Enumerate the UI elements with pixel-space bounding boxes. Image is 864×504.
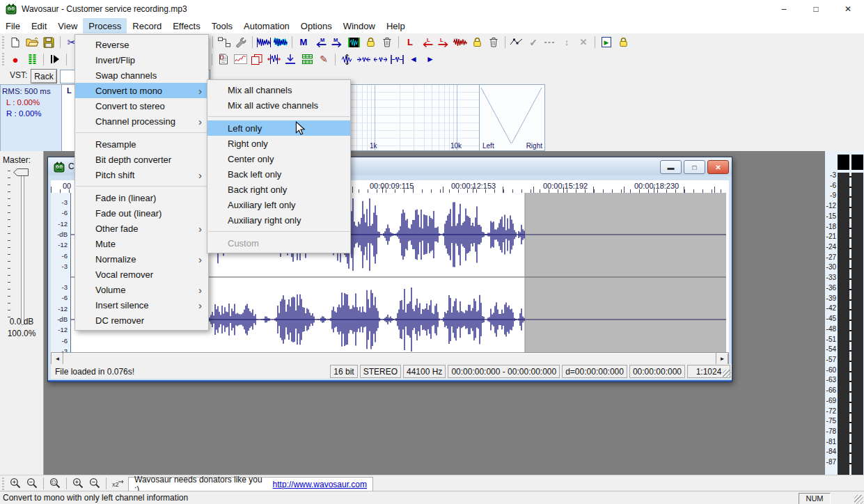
insert-silence-icon[interactable]	[282, 52, 299, 67]
submenu-item-center-only[interactable]: Center only	[207, 151, 350, 166]
zoom-out-fine-icon[interactable]	[86, 476, 103, 491]
fit-horizontal-icon[interactable]	[388, 52, 405, 67]
submenu-item-back-left-only[interactable]: Back left only	[207, 166, 350, 182]
marker-m-icon[interactable]: M	[295, 35, 312, 50]
process-menu-item-normalize[interactable]: Normalize›	[75, 251, 208, 267]
draw-tool-icon[interactable]: ✎	[315, 52, 332, 67]
zoom-selection-icon[interactable]	[47, 476, 63, 491]
waveform-zoom-icon[interactable]	[256, 35, 272, 50]
shrink-horizontal-icon[interactable]	[355, 52, 372, 67]
envelope-lock-icon[interactable]	[615, 35, 631, 50]
envelope-delete-icon[interactable]: ✕	[575, 35, 592, 50]
open-file-icon[interactable]	[24, 35, 40, 50]
submenu-item-back-right-only[interactable]: Back right only	[207, 182, 350, 197]
db-scale-label: -12	[51, 306, 68, 313]
process-menu-item-invert-flip[interactable]: Invert/Flip	[75, 52, 208, 68]
vst-label: VST:	[10, 70, 27, 80]
envelope-height-icon[interactable]: ↕	[558, 35, 575, 50]
process-menu-item-volume[interactable]: Volume›	[75, 282, 208, 297]
process-menu-item-reverse[interactable]: Reverse	[75, 37, 208, 52]
process-menu-item-fade-out-linear-[interactable]: Fade out (linear)	[75, 205, 208, 221]
process-menu-item-swap-channels[interactable]: Swap channels	[75, 68, 208, 83]
process-menu-item-convert-to-mono[interactable]: Convert to mono›	[75, 83, 208, 98]
menubar-item-view[interactable]: View	[52, 18, 83, 33]
maximize-button[interactable]: □	[800, 0, 832, 18]
zoom-double-icon[interactable]: x2	[109, 476, 126, 491]
envelope-line-icon[interactable]	[542, 35, 558, 50]
process-menu-item-bit-depth-converter[interactable]: Bit depth converter	[75, 152, 208, 167]
zoom-out-icon[interactable]	[24, 476, 40, 491]
zoom-in-icon[interactable]	[7, 476, 24, 491]
process-menu-item-vocal-remover[interactable]: Vocal remover	[75, 267, 208, 282]
loop-l-icon[interactable]: L	[402, 35, 418, 50]
menubar-item-automation[interactable]: Automation	[238, 18, 295, 33]
waveform-overview-icon[interactable]	[272, 35, 289, 50]
process-menu-item-insert-silence[interactable]: Insert silence›	[75, 297, 208, 313]
zoom-in-fine-icon[interactable]	[70, 476, 86, 491]
document-restore-button[interactable]: □	[684, 160, 705, 174]
submenu-item-auxiliary-right-only[interactable]: Auxiliary right only	[207, 212, 350, 228]
fit-vertical-icon[interactable]	[338, 52, 355, 67]
view-previous-icon[interactable]: ◄	[405, 52, 422, 67]
paste-wave-icon[interactable]	[265, 52, 282, 67]
process-menu-item-other-fade[interactable]: Other fade›	[75, 221, 208, 236]
close-button[interactable]: ✕	[832, 0, 864, 18]
process-menu-item-channel-processing[interactable]: Channel processing›	[75, 113, 208, 129]
submenu-item-right-only[interactable]: Right only	[207, 136, 350, 151]
menubar-item-window[interactable]: Window	[338, 18, 381, 33]
submenu-item-mix-all-channels[interactable]: Mix all channels	[207, 82, 350, 97]
view-next-icon[interactable]: ►	[422, 52, 439, 67]
loops-trash-icon[interactable]	[485, 35, 502, 50]
menubar-item-tools[interactable]: Tools	[206, 18, 238, 33]
loop-next-icon[interactable]: L	[435, 35, 452, 50]
document-resize-grip[interactable]	[723, 370, 731, 378]
process-menu-item-mute[interactable]: Mute	[75, 236, 208, 251]
envelope-apply-icon[interactable]: ✓	[525, 35, 542, 50]
minimize-button[interactable]: –	[768, 0, 800, 18]
marker-next-icon[interactable]: M	[329, 35, 345, 50]
markers-trash-icon[interactable]	[379, 35, 395, 50]
record-pause-icon[interactable]	[24, 52, 40, 67]
process-menu-item-convert-to-stereo[interactable]: Convert to stereo	[75, 98, 208, 113]
process-menu-item-resample[interactable]: Resample	[75, 136, 208, 152]
menubar-item-help[interactable]: Help	[381, 18, 411, 33]
process-menu-item-fade-in-linear-[interactable]: Fade in (linear)	[75, 190, 208, 205]
menubar-item-process[interactable]: Process	[83, 18, 127, 33]
master-slider-handle[interactable]	[13, 168, 29, 179]
marker-selection-icon[interactable]	[345, 35, 362, 50]
copy-special-icon[interactable]	[249, 52, 265, 67]
vst-rack-button[interactable]: Rack	[31, 69, 57, 84]
horizontal-scrollbar[interactable]: ◄ ►	[51, 352, 729, 364]
expand-horizontal-icon[interactable]	[372, 52, 388, 67]
record-icon[interactable]: ●	[7, 52, 24, 67]
loop-previous-icon[interactable]: L	[418, 35, 435, 50]
play-envelope-icon[interactable]: ▶	[598, 35, 615, 50]
new-file-icon[interactable]	[7, 35, 24, 50]
menubar-item-file[interactable]: File	[0, 18, 26, 33]
menubar-item-record[interactable]: Record	[127, 18, 167, 33]
document-minimize-button[interactable]: ▬	[660, 160, 682, 174]
regions-list-icon[interactable]	[299, 52, 315, 67]
submenu-item-auxiliary-left-only[interactable]: Auxiliary left only	[207, 197, 350, 212]
menubar-item-edit[interactable]: Edit	[26, 18, 52, 33]
loop-wave-icon[interactable]	[452, 35, 469, 50]
report-doc-icon[interactable]	[215, 52, 232, 67]
envelope-points-icon[interactable]	[508, 35, 525, 50]
batch-processor-icon[interactable]	[216, 35, 233, 50]
save-file-icon[interactable]	[40, 35, 57, 50]
play-marker-icon[interactable]	[47, 52, 63, 67]
loops-lock-icon[interactable]	[469, 35, 485, 50]
process-menu-item-dc-remover[interactable]: DC remover	[75, 313, 208, 328]
menubar-item-effects[interactable]: Effects	[167, 18, 206, 33]
menubar-item-options[interactable]: Options	[295, 18, 338, 33]
wavosaur-link[interactable]: http://www.wavosaur.com	[273, 480, 367, 489]
master-slider-track[interactable]	[21, 171, 24, 325]
document-close-button[interactable]: ✕	[707, 160, 729, 174]
submenu-item-left-only[interactable]: Left only	[207, 120, 350, 136]
wrench-tools-icon[interactable]	[233, 35, 249, 50]
marker-previous-icon[interactable]: M	[312, 35, 329, 50]
markers-lock-icon[interactable]	[362, 35, 379, 50]
statistics-icon[interactable]	[232, 52, 249, 67]
process-menu-item-pitch-shift[interactable]: Pitch shift›	[75, 167, 208, 182]
submenu-item-mix-all-active-channels[interactable]: Mix all active channels	[207, 97, 350, 113]
